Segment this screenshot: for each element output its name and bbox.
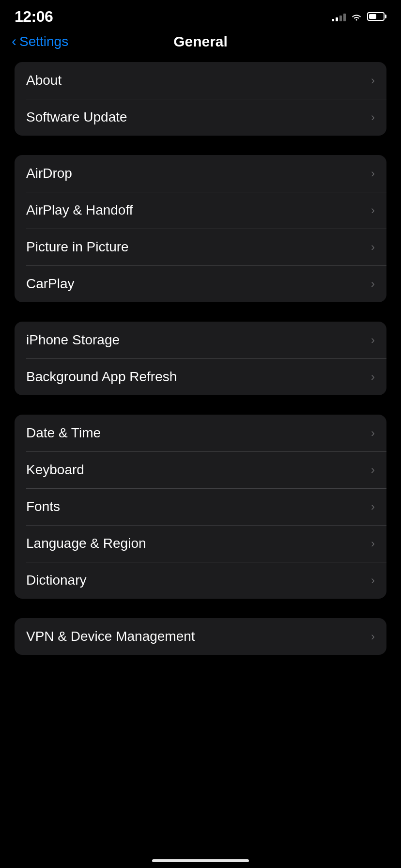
settings-group-5: VPN & Device Management › [15,618,386,655]
settings-group-4: Date & Time › Keyboard › Fonts › Languag… [15,415,386,599]
software-update-row[interactable]: Software Update › [15,99,386,136]
language-region-chevron-icon: › [371,538,375,549]
iphone-storage-row[interactable]: iPhone Storage › [15,322,386,358]
date-time-row[interactable]: Date & Time › [15,415,386,451]
signal-icon [332,12,346,21]
airdrop-row[interactable]: AirDrop › [15,155,386,192]
keyboard-row[interactable]: Keyboard › [15,451,386,488]
fonts-label: Fonts [26,499,60,514]
vpn-device-management-row[interactable]: VPN & Device Management › [15,618,386,655]
iphone-storage-chevron-icon: › [371,334,375,346]
airdrop-chevron-icon: › [371,168,375,179]
airplay-handoff-row[interactable]: AirPlay & Handoff › [15,192,386,229]
settings-group-1: About › Software Update › [15,62,386,136]
page-title: General [173,33,228,50]
dictionary-chevron-icon: › [371,574,375,586]
picture-in-picture-row[interactable]: Picture in Picture › [15,229,386,265]
back-button[interactable]: ‹ Settings [12,34,68,49]
vpn-device-management-chevron-icon: › [371,631,375,642]
airplay-handoff-chevron-icon: › [371,204,375,216]
back-label: Settings [19,34,68,49]
picture-in-picture-chevron-icon: › [371,241,375,253]
dictionary-label: Dictionary [26,573,86,588]
language-region-label: Language & Region [26,536,146,551]
settings-content: About › Software Update › AirDrop › AirP… [0,57,401,694]
software-update-label: Software Update [26,109,127,125]
nav-header: ‹ Settings General [0,26,401,57]
settings-group-2: AirDrop › AirPlay & Handoff › Picture in… [15,155,386,302]
background-app-refresh-row[interactable]: Background App Refresh › [15,358,386,395]
date-time-label: Date & Time [26,425,101,441]
home-indicator [152,859,249,862]
status-icons [332,12,386,21]
picture-in-picture-label: Picture in Picture [26,239,129,255]
wifi-icon [351,12,362,21]
about-chevron-icon: › [371,75,375,86]
background-app-refresh-chevron-icon: › [371,371,375,383]
airdrop-label: AirDrop [26,166,72,181]
carplay-label: CarPlay [26,276,75,292]
status-bar: 12:06 [0,0,401,26]
back-chevron-icon: ‹ [12,34,16,48]
dictionary-row[interactable]: Dictionary › [15,562,386,599]
carplay-chevron-icon: › [371,278,375,290]
keyboard-label: Keyboard [26,462,84,478]
language-region-row[interactable]: Language & Region › [15,525,386,562]
vpn-device-management-label: VPN & Device Management [26,629,195,644]
about-row[interactable]: About › [15,62,386,99]
fonts-chevron-icon: › [371,501,375,512]
iphone-storage-label: iPhone Storage [26,332,120,348]
software-update-chevron-icon: › [371,111,375,123]
about-label: About [26,73,62,88]
airplay-handoff-label: AirPlay & Handoff [26,202,133,218]
background-app-refresh-label: Background App Refresh [26,369,177,385]
settings-group-3: iPhone Storage › Background App Refresh … [15,322,386,395]
status-time: 12:06 [15,8,53,26]
fonts-row[interactable]: Fonts › [15,488,386,525]
date-time-chevron-icon: › [371,427,375,439]
keyboard-chevron-icon: › [371,464,375,476]
carplay-row[interactable]: CarPlay › [15,265,386,302]
battery-icon [367,12,386,21]
